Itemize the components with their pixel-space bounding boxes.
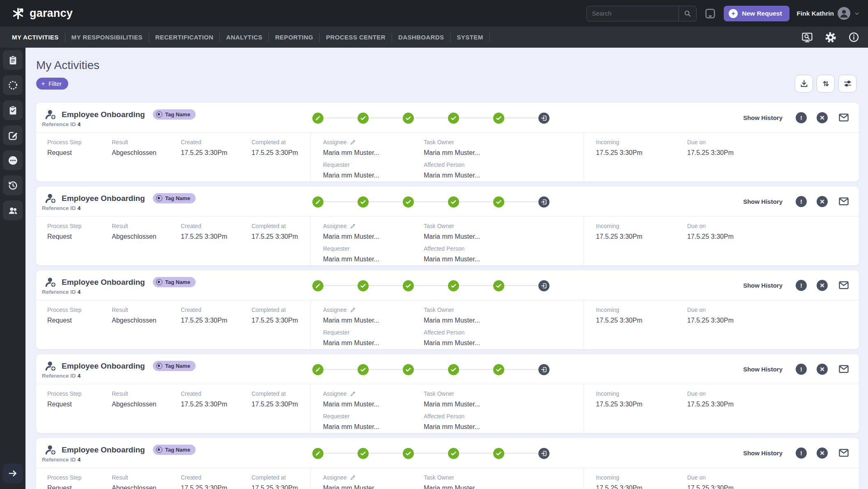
search-input[interactable]: [587, 6, 679, 21]
show-history-link[interactable]: Show History: [743, 366, 783, 373]
card-details: Process Step Request Result Abgeschlosse…: [36, 216, 859, 265]
sidebar-item-completed-tasks[interactable]: [3, 100, 23, 120]
progress-stepper: [312, 280, 549, 291]
mail-icon[interactable]: [838, 363, 850, 375]
edit-assignee-icon[interactable]: [350, 390, 356, 397]
add-filter-button[interactable]: + Filter: [36, 78, 68, 90]
sidebar-item-users[interactable]: [3, 201, 23, 220]
field-label: Process Step: [47, 307, 112, 313]
tab-process-center[interactable]: PROCESS CENTER: [320, 34, 392, 41]
field-value: Maria mm Muster...: [424, 256, 584, 263]
step-connector: [369, 201, 403, 202]
reference-id: Reference ID4: [42, 373, 81, 379]
cancel-activity-button[interactable]: ✕: [817, 112, 828, 123]
mail-icon[interactable]: [838, 195, 850, 208]
step-check-icon: [448, 113, 459, 124]
search-submit-button[interactable]: [679, 6, 696, 21]
sidebar-item-activities[interactable]: [3, 50, 23, 70]
step-check-icon: [403, 113, 414, 124]
field-value: 17.5.25 3:30Pm: [252, 484, 310, 489]
avatar[interactable]: [838, 7, 850, 20]
sidebar-item-in-progress[interactable]: [3, 75, 23, 95]
step-pencil-icon: [312, 113, 323, 124]
field-value: Maria mm Muster...: [424, 149, 584, 157]
field-value: Request: [47, 233, 112, 240]
step-exit-icon: [538, 448, 549, 459]
user-menu[interactable]: Fink Kathrin: [797, 7, 860, 20]
step-connector: [459, 118, 493, 118]
search-icon: [683, 9, 692, 18]
info-icon[interactable]: [848, 31, 860, 43]
step-connector: [414, 453, 448, 454]
priority-alert-button[interactable]: !: [796, 364, 807, 375]
tab-recertification[interactable]: RECERTIFICATION: [149, 34, 220, 41]
chevron-down-icon[interactable]: [854, 11, 860, 16]
view-settings-button[interactable]: [838, 75, 856, 92]
field-value: Abgeschlossen: [112, 149, 181, 157]
step-connector: [414, 118, 448, 118]
sidebar-item-messages[interactable]: [3, 150, 23, 170]
priority-alert-button[interactable]: !: [796, 447, 807, 459]
mail-icon[interactable]: [838, 447, 850, 459]
mail-icon[interactable]: [838, 279, 850, 291]
field-label: Result: [112, 474, 181, 481]
step-check-icon: [358, 113, 369, 124]
field-label: Incoming: [596, 307, 687, 313]
field-value: 17.5.25 3:30Pm: [252, 149, 310, 157]
tag-dot-icon: [156, 195, 162, 201]
mail-icon[interactable]: [838, 111, 850, 124]
tab-my-activities[interactable]: MY ACTIVITIES: [6, 34, 65, 41]
step-check-icon: [358, 196, 369, 208]
cancel-activity-button[interactable]: ✕: [817, 196, 828, 207]
edit-assignee-icon[interactable]: [350, 307, 356, 313]
tab-dashboards[interactable]: DASHBOARDS: [392, 34, 450, 41]
cancel-activity-button[interactable]: ✕: [817, 364, 828, 375]
card-details: Process Step Request Result Abgeschlosse…: [36, 300, 859, 349]
field-value: Abgeschlossen: [112, 233, 181, 240]
activity-title: Employee Onboarding: [62, 278, 145, 287]
reference-id: Reference ID4: [42, 289, 81, 295]
tab-system[interactable]: SYSTEM: [450, 34, 489, 41]
tab-reporting[interactable]: REPORTING: [269, 34, 319, 41]
show-history-link[interactable]: Show History: [743, 198, 783, 205]
field-value: 17.5.25 3:30Pm: [181, 149, 252, 157]
sort-button[interactable]: [817, 75, 835, 92]
sidebar-expand-button[interactable]: [3, 464, 23, 483]
inbox-icon[interactable]: [704, 7, 716, 20]
field-value: Maria mm Muster...: [323, 484, 424, 489]
field-label: Due on: [687, 390, 778, 397]
field-value: 17.5.25 3:30Pm: [687, 401, 778, 408]
cancel-activity-button[interactable]: ✕: [817, 447, 828, 459]
person-add-icon: [44, 108, 57, 121]
edit-assignee-icon[interactable]: [350, 223, 356, 229]
field-label: Assignee: [323, 139, 347, 145]
new-request-button[interactable]: + New Request: [724, 6, 789, 21]
tab-analytics[interactable]: ANALYTICS: [220, 34, 268, 41]
activity-title: Employee Onboarding: [62, 445, 145, 454]
tab-my-responsibilities[interactable]: MY RESPONSIBILITIES: [65, 34, 149, 41]
step-connector: [323, 118, 358, 118]
sidebar-item-history[interactable]: [3, 175, 23, 195]
sort-icon: [821, 79, 831, 88]
show-history-link[interactable]: Show History: [743, 282, 783, 289]
show-history-link[interactable]: Show History: [743, 450, 783, 457]
person-add-icon: [44, 443, 57, 456]
priority-alert-button[interactable]: !: [796, 196, 807, 207]
settings-gear-icon[interactable]: [824, 31, 837, 44]
field-value: Maria mm Muster...: [323, 339, 424, 347]
screen-search-icon[interactable]: [801, 31, 813, 44]
show-history-link[interactable]: Show History: [743, 114, 783, 121]
field-value: Abgeschlossen: [112, 317, 181, 324]
step-exit-icon: [538, 113, 549, 124]
priority-alert-button[interactable]: !: [796, 112, 807, 123]
sidebar-item-requests[interactable]: [3, 125, 23, 145]
download-button[interactable]: [795, 75, 813, 92]
cancel-activity-button[interactable]: ✕: [817, 280, 828, 291]
brand-logo[interactable]: garancy: [11, 6, 73, 21]
edit-assignee-icon[interactable]: [350, 474, 356, 481]
edit-assignee-icon[interactable]: [350, 139, 356, 145]
date-fields: Incoming 17.5.25 3:30Pm Due on 17.5.25 3…: [584, 217, 859, 265]
field-label: Task Owner: [424, 223, 584, 229]
priority-alert-button[interactable]: !: [796, 280, 807, 291]
step-check-icon: [493, 113, 504, 124]
